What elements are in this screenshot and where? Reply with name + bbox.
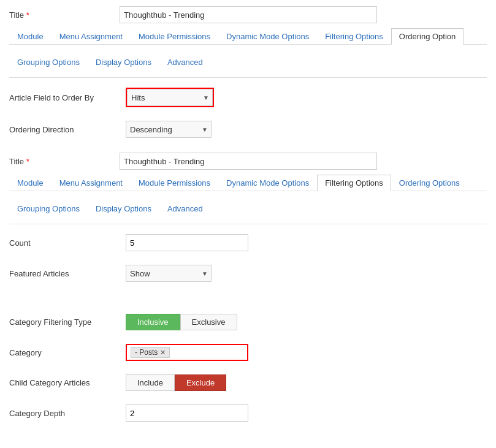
tab-module-permissions-1[interactable]: Module Permissions bbox=[131, 28, 218, 44]
ordering-direction-value: Ascending Descending ▼ bbox=[126, 121, 487, 138]
tab-module-2[interactable]: Module bbox=[9, 175, 52, 191]
tab-filtering-options-2[interactable]: Filtering Options bbox=[317, 175, 391, 191]
category-tag-close-icon[interactable]: ✕ bbox=[160, 349, 166, 357]
section-1: Title * Module Menu Assignment Module Pe… bbox=[9, 6, 487, 140]
divider-1 bbox=[9, 77, 487, 78]
ordering-direction-row: Ordering Direction Ascending Descending … bbox=[9, 118, 487, 140]
category-tag: - Posts ✕ bbox=[131, 347, 170, 358]
tab-advanced-1[interactable]: Advanced bbox=[159, 54, 211, 70]
child-category-toggle: Include Exclude bbox=[126, 374, 226, 391]
tabs-row1-section1: Module Menu Assignment Module Permission… bbox=[9, 28, 487, 45]
category-filtering-type-label: Category Filtering Type bbox=[9, 317, 126, 327]
count-row: Count bbox=[9, 232, 487, 254]
featured-articles-select[interactable]: Show Hide Only bbox=[126, 265, 212, 282]
tab-module-permissions-2[interactable]: Module Permissions bbox=[131, 175, 218, 191]
featured-articles-select-wrap: Show Hide Only ▼ bbox=[126, 265, 212, 282]
ordering-direction-select-wrap: Ascending Descending ▼ bbox=[126, 121, 212, 138]
inclusive-button[interactable]: Inclusive bbox=[126, 314, 180, 330]
tab-module-1[interactable]: Module bbox=[9, 28, 52, 44]
tab-grouping-2[interactable]: Grouping Options bbox=[9, 200, 88, 216]
exclude-button[interactable]: Exclude bbox=[175, 374, 226, 391]
title-row-1: Title * bbox=[9, 6, 487, 23]
tabs-row2-section2: Grouping Options Display Options Advance… bbox=[9, 200, 487, 216]
title-label-1: Title * bbox=[9, 10, 120, 20]
title-input-2[interactable] bbox=[120, 153, 377, 170]
include-button[interactable]: Include bbox=[126, 374, 175, 391]
category-filtering-type-row: Category Filtering Type Inclusive Exclus… bbox=[9, 311, 487, 333]
title-row-2: Title * bbox=[9, 153, 487, 170]
tab-display-2[interactable]: Display Options bbox=[88, 200, 159, 216]
category-filtering-toggle: Inclusive Exclusive bbox=[126, 314, 237, 330]
title-input-1[interactable] bbox=[120, 6, 377, 23]
category-depth-label: Category Depth bbox=[9, 409, 126, 418]
tab-dynamic-mode-1[interactable]: Dynamic Mode Options bbox=[218, 28, 317, 44]
category-depth-input[interactable] bbox=[126, 404, 248, 422]
article-field-value: Hits Title Date Author Ordering ▼ bbox=[126, 88, 487, 107]
title-label-2: Title * bbox=[9, 157, 120, 166]
category-label: Category bbox=[9, 348, 126, 357]
featured-articles-value: Show Hide Only ▼ bbox=[126, 265, 487, 282]
article-field-select-wrap: Hits Title Date Author Ordering ▼ bbox=[126, 88, 214, 107]
article-field-label: Article Field to Order By bbox=[9, 93, 126, 102]
spacer bbox=[9, 293, 487, 311]
count-label: Count bbox=[9, 238, 126, 248]
category-value: - Posts ✕ bbox=[126, 344, 487, 361]
featured-articles-row: Featured Articles Show Hide Only ▼ bbox=[9, 262, 487, 284]
tab-ordering-options-2[interactable]: Ordering Options bbox=[391, 175, 468, 191]
tabs-row2-section1: Grouping Options Display Options Advance… bbox=[9, 54, 487, 70]
tabs-row1-section2: Module Menu Assignment Module Permission… bbox=[9, 175, 487, 191]
tab-dynamic-mode-2[interactable]: Dynamic Mode Options bbox=[218, 175, 317, 191]
tab-menu-assignment-1[interactable]: Menu Assignment bbox=[52, 28, 131, 44]
child-category-label: Child Category Articles bbox=[9, 378, 126, 387]
exclusive-button[interactable]: Exclusive bbox=[180, 314, 237, 330]
ordering-direction-label: Ordering Direction bbox=[9, 125, 126, 134]
tab-display-1[interactable]: Display Options bbox=[88, 54, 159, 70]
section-2: Title * Module Menu Assignment Module Pe… bbox=[9, 153, 487, 424]
child-category-row: Child Category Articles Include Exclude bbox=[9, 372, 487, 393]
featured-articles-label: Featured Articles bbox=[9, 269, 126, 278]
ordering-direction-select[interactable]: Ascending Descending bbox=[126, 121, 212, 138]
tab-advanced-2[interactable]: Advanced bbox=[159, 200, 211, 216]
divider-2 bbox=[9, 224, 487, 224]
count-input[interactable] bbox=[126, 234, 248, 251]
article-field-row: Article Field to Order By Hits Title Dat… bbox=[9, 85, 487, 110]
category-depth-value bbox=[126, 404, 487, 422]
tab-ordering-option-1[interactable]: Ordering Option bbox=[391, 28, 464, 45]
tab-filtering-options-1[interactable]: Filtering Options bbox=[317, 28, 391, 44]
category-depth-row: Category Depth bbox=[9, 402, 487, 424]
category-row: Category - Posts ✕ bbox=[9, 341, 487, 363]
article-field-select[interactable]: Hits Title Date Author Ordering bbox=[127, 89, 213, 106]
child-category-value: Include Exclude bbox=[126, 374, 487, 391]
category-tag-text: - Posts bbox=[135, 348, 158, 357]
category-tag-input[interactable]: - Posts ✕ bbox=[126, 344, 248, 361]
tab-grouping-1[interactable]: Grouping Options bbox=[9, 54, 88, 70]
tab-menu-assignment-2[interactable]: Menu Assignment bbox=[52, 175, 131, 191]
count-field bbox=[126, 234, 487, 251]
category-filtering-type-value: Inclusive Exclusive bbox=[126, 314, 487, 330]
